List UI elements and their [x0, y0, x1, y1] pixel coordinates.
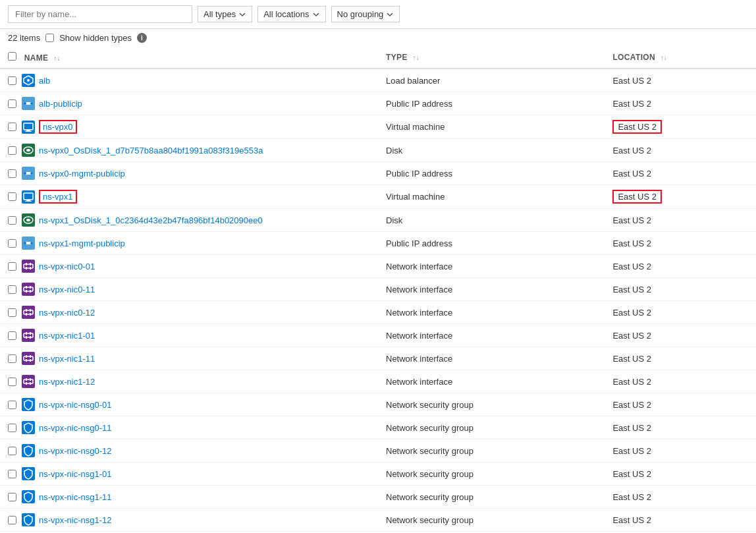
type-cell: Network security group: [378, 509, 605, 532]
resource-name-link[interactable]: ns-vpx1: [43, 192, 73, 202]
resource-name-link[interactable]: ns-vpx-nic0-01: [39, 262, 95, 271]
resource-name-link[interactable]: ns-vpx-nic0-11: [39, 285, 95, 295]
table-row: alb Load balancer East US 2: [0, 69, 756, 92]
resource-name-link[interactable]: ns-vpx-nic1-11: [39, 354, 95, 364]
resource-type: Network interface: [386, 377, 452, 387]
resource-name-link[interactable]: ns-vpx-nic-nsg1-12: [39, 515, 112, 525]
resource-name-link[interactable]: ns-vpx-nic1-12: [39, 377, 95, 387]
row-checkbox[interactable]: [8, 331, 16, 340]
name-cell: ns-vpx0-mgmt-publicip: [0, 162, 378, 185]
location-cell: East US 2: [605, 209, 756, 232]
name-cell: alb-publicip: [0, 92, 378, 115]
name-sort-icon[interactable]: ↑↓: [53, 55, 61, 62]
type-sort-icon[interactable]: ↑↓: [413, 54, 420, 61]
svg-point-28: [30, 242, 33, 244]
row-checkbox[interactable]: [8, 354, 16, 363]
svg-rect-40: [30, 290, 31, 293]
row-checkbox[interactable]: [8, 146, 16, 155]
location-cell: East US 2: [605, 463, 756, 486]
resource-icon: [22, 74, 35, 87]
location-cell: East US 2: [605, 278, 756, 301]
row-checkbox[interactable]: [8, 123, 16, 131]
svg-rect-63: [26, 382, 27, 385]
type-cell: Network interface: [378, 278, 605, 301]
resource-icon: [22, 97, 35, 110]
svg-point-16: [24, 172, 26, 175]
resource-name-link[interactable]: alb-publicip: [39, 99, 82, 109]
row-checkbox[interactable]: [8, 470, 16, 478]
resources-table: NAME ↑↓ TYPE ↑↓ LOCATION ↑↓ alb Load bal…: [0, 47, 756, 533]
svg-rect-37: [26, 286, 27, 289]
resource-location: East US 2: [612, 76, 651, 86]
resource-name-link[interactable]: ns-vpx-nic-nsg0-01: [39, 400, 112, 410]
table-row: ns-vpx-nic1-11 Network interface East US…: [0, 347, 756, 370]
svg-point-6: [30, 102, 33, 105]
row-checkbox[interactable]: [8, 308, 16, 317]
show-hidden-checkbox[interactable]: [45, 34, 54, 42]
name-cell: ns-vpx-nic0-12: [0, 301, 378, 324]
filter-input[interactable]: [8, 5, 192, 23]
resource-name-link[interactable]: ns-vpx0: [43, 122, 73, 132]
resource-name-link[interactable]: ns-vpx-nic-nsg1-11: [39, 492, 112, 502]
resource-type: Public IP address: [386, 238, 452, 248]
row-checkbox[interactable]: [8, 239, 16, 248]
row-checkbox[interactable]: [8, 216, 16, 225]
col-header-type: TYPE ↑↓: [378, 47, 605, 69]
row-checkbox[interactable]: [8, 169, 16, 178]
info-icon[interactable]: i: [137, 33, 147, 43]
row-checkbox[interactable]: [8, 447, 16, 455]
resource-name-link[interactable]: alb: [39, 76, 50, 86]
table-row: ns-vpx-nic1-01 Network interface East US…: [0, 324, 756, 347]
row-checkbox[interactable]: [8, 424, 16, 432]
row-checkbox[interactable]: [8, 516, 16, 524]
resource-name-link[interactable]: ns-vpx1_OsDisk_1_0c2364d43e2b47fa896bf14…: [39, 215, 263, 225]
resource-location: East US 2: [612, 99, 651, 109]
resource-location: East US 2: [612, 120, 662, 134]
resource-type: Network interface: [386, 308, 452, 318]
name-cell: ns-vpx-nic1-12: [0, 370, 378, 393]
table-row: ns-vpx0_OsDisk_1_d7b757b8aa804bf1991a083…: [0, 139, 756, 162]
resource-name-link[interactable]: ns-vpx-nic-nsg0-12: [39, 446, 112, 456]
row-checkbox[interactable]: [8, 262, 16, 271]
svg-rect-9: [26, 130, 30, 131]
location-sort-icon[interactable]: ↑↓: [661, 54, 668, 61]
row-checkbox[interactable]: [8, 192, 16, 201]
resource-name-link[interactable]: ns-vpx-nic0-12: [39, 308, 95, 318]
type-cell: Network interface: [378, 324, 605, 347]
svg-rect-32: [30, 263, 31, 266]
name-cell: ns-vpx1: [0, 185, 378, 209]
type-cell: Disk: [378, 209, 605, 232]
svg-rect-50: [30, 332, 31, 335]
resource-name-link[interactable]: ns-vpx0-mgmt-publicip: [39, 169, 125, 179]
select-all-checkbox[interactable]: [8, 52, 16, 61]
row-checkbox[interactable]: [8, 76, 16, 85]
table-row: ns-vpx-nic-nsg0-12 Network security grou…: [0, 439, 756, 463]
types-dropdown[interactable]: All types: [198, 6, 252, 22]
resource-type: Disk: [386, 215, 402, 225]
resource-location: East US 2: [612, 446, 651, 456]
row-checkbox[interactable]: [8, 378, 16, 386]
row-checkbox[interactable]: [8, 493, 16, 501]
table-row: ns-vpx-nic-nsg0-11 Network security grou…: [0, 416, 756, 439]
location-cell: East US 2: [605, 324, 756, 347]
resource-location: East US 2: [612, 492, 651, 502]
type-cell: Network security group: [378, 416, 605, 439]
resource-name-link[interactable]: ns-vpx-nic-nsg0-11: [39, 423, 112, 433]
table-row: ns-vpx-nic-nsg1-12 Network security grou…: [0, 509, 756, 532]
resource-name-link[interactable]: ns-vpx-nic-nsg1-01: [39, 469, 112, 479]
locations-dropdown[interactable]: All locations: [257, 6, 325, 22]
resource-type: Network interface: [386, 285, 452, 295]
resource-name-link[interactable]: ns-vpx0_OsDisk_1_d7b757b8aa804bf1991a083…: [39, 146, 263, 155]
resource-type: Network security group: [386, 446, 473, 456]
table-header-row: NAME ↑↓ TYPE ↑↓ LOCATION ↑↓: [0, 47, 756, 69]
resource-name-link[interactable]: ns-vpx1-mgmt-publicip: [39, 238, 125, 248]
resource-type: Network interface: [386, 262, 452, 271]
row-checkbox[interactable]: [8, 285, 16, 294]
row-checkbox[interactable]: [8, 99, 16, 108]
grouping-dropdown[interactable]: No grouping: [331, 6, 400, 22]
svg-rect-62: [30, 378, 31, 381]
resource-name-link[interactable]: ns-vpx-nic1-01: [39, 331, 95, 341]
locations-label: All locations: [263, 9, 309, 19]
row-checkbox[interactable]: [8, 401, 16, 409]
table-row: ns-vpx1_OsDisk_1_0c2364d43e2b47fa896bf14…: [0, 209, 756, 232]
